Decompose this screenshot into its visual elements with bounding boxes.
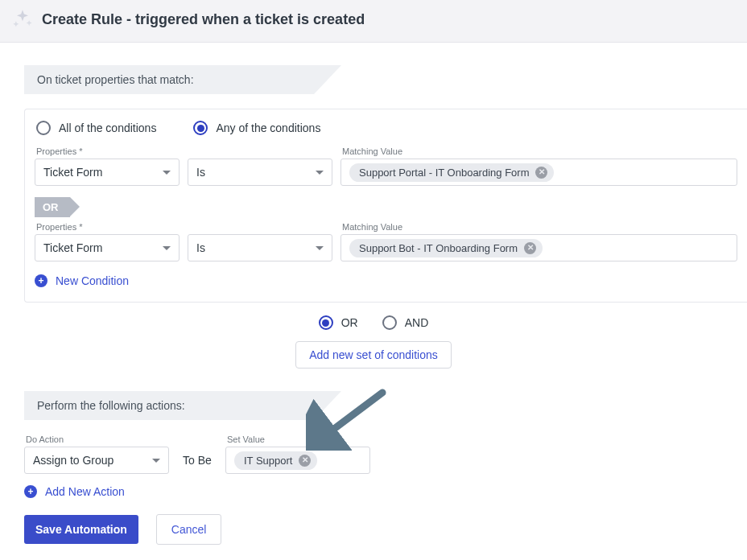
- footer: Save Automation Cancel: [0, 514, 747, 545]
- matching-value-input[interactable]: Support Bot - IT Onboarding Form ✕: [340, 234, 737, 261]
- sparkle-icon: [11, 8, 34, 31]
- value-chip-text: Support Bot - IT Onboarding Form: [359, 242, 518, 254]
- radio-set-or-label: OR: [341, 316, 358, 329]
- operator-col: Is: [188, 146, 332, 186]
- value-col: Matching Value Support Portal - IT Onboa…: [340, 146, 737, 186]
- operator-value: Is: [196, 241, 205, 254]
- value-chip-text: Support Portal - IT Onboarding Form: [359, 167, 529, 179]
- property-value: Ticket Form: [43, 166, 102, 179]
- chevron-down-icon: [316, 246, 324, 250]
- chevron-down-icon: [316, 171, 324, 175]
- condition-row: Properties * Ticket Form Is Matching Val…: [35, 222, 737, 261]
- between-set-radio-row: OR AND: [0, 315, 747, 330]
- actions-section-title: Perform the following actions:: [24, 391, 314, 420]
- action-row: Do Action Assign to Group To Be Set Valu…: [24, 434, 737, 474]
- cancel-button[interactable]: Cancel: [156, 514, 222, 545]
- save-automation-button[interactable]: Save Automation: [24, 515, 138, 544]
- radio-icon: [193, 121, 208, 135]
- matching-value-input[interactable]: Support Portal - IT Onboarding Form ✕: [340, 159, 737, 186]
- radio-any-label: Any of the conditions: [216, 121, 320, 134]
- blank-label: [177, 434, 217, 444]
- property-select[interactable]: Ticket Form: [35, 159, 180, 186]
- do-action-col: Do Action Assign to Group: [24, 434, 169, 474]
- radio-set-and[interactable]: AND: [382, 315, 429, 330]
- chevron-down-icon: [163, 171, 171, 175]
- radio-icon: [319, 315, 333, 330]
- property-label: Properties *: [35, 222, 180, 232]
- property-label: Properties *: [35, 146, 180, 156]
- property-value: Ticket Form: [43, 241, 102, 254]
- condition-row: Properties * Ticket Form Is Matching Val…: [35, 146, 737, 186]
- radio-icon: [382, 315, 397, 330]
- set-value-label: Set Value: [225, 434, 370, 444]
- property-select[interactable]: Ticket Form: [35, 234, 180, 261]
- do-action-value: Assign to Group: [33, 454, 113, 467]
- match-section-title: On ticket properties that match:: [24, 65, 314, 94]
- set-value-col: Set Value IT Support ✕: [225, 434, 370, 474]
- add-set-wrap: Add new set of conditions: [0, 341, 747, 369]
- radio-set-and-label: AND: [405, 316, 429, 329]
- value-col: Matching Value Support Bot - IT Onboardi…: [340, 222, 737, 261]
- operator-value: Is: [196, 166, 205, 179]
- plus-icon: +: [35, 274, 47, 287]
- value-label: Matching Value: [340, 146, 737, 156]
- chevron-down-icon: [152, 459, 160, 463]
- or-flag-label: OR: [35, 197, 70, 217]
- value-chip-text: IT Support: [244, 455, 292, 467]
- radio-all-label: All of the conditions: [59, 121, 156, 134]
- actions-area: Do Action Assign to Group To Be Set Valu…: [24, 434, 747, 498]
- add-new-action-link[interactable]: + Add New Action: [24, 485, 125, 498]
- add-new-action-label: Add New Action: [45, 485, 125, 498]
- property-col: Properties * Ticket Form: [35, 222, 180, 261]
- blank-label: [188, 222, 332, 232]
- remove-chip-icon[interactable]: ✕: [299, 455, 311, 467]
- radio-icon: [36, 121, 51, 135]
- match-section-title-wrap: On ticket properties that match:: [24, 65, 747, 94]
- chevron-down-icon: [163, 246, 171, 250]
- or-flag: OR: [35, 197, 737, 217]
- actions-section-title-wrap: Perform the following actions:: [24, 391, 747, 420]
- set-value-input[interactable]: IT Support ✕: [225, 447, 370, 474]
- add-set-button[interactable]: Add new set of conditions: [295, 341, 452, 369]
- new-condition-label: New Condition: [56, 274, 129, 287]
- topbar: Create Rule - triggered when a ticket is…: [0, 0, 747, 43]
- remove-chip-icon[interactable]: ✕: [524, 242, 536, 254]
- do-action-select[interactable]: Assign to Group: [24, 447, 169, 474]
- remove-chip-icon[interactable]: ✕: [535, 167, 547, 179]
- value-chip: Support Portal - IT Onboarding Form ✕: [349, 163, 554, 182]
- page-title: Create Rule - triggered when a ticket is…: [42, 11, 365, 28]
- radio-all-conditions[interactable]: All of the conditions: [36, 121, 156, 135]
- value-label: Matching Value: [340, 222, 737, 232]
- operator-select[interactable]: Is: [188, 159, 332, 186]
- tobe-text: To Be: [177, 447, 217, 474]
- plus-icon: +: [24, 485, 37, 498]
- value-chip: IT Support ✕: [234, 451, 317, 470]
- tobe-col: To Be: [177, 434, 217, 474]
- do-action-label: Do Action: [24, 434, 169, 444]
- operator-select[interactable]: Is: [188, 234, 332, 261]
- conditions-block: All of the conditions Any of the conditi…: [24, 109, 747, 303]
- radio-set-or[interactable]: OR: [319, 315, 358, 330]
- new-condition-link[interactable]: + New Condition: [35, 274, 129, 287]
- radio-any-conditions[interactable]: Any of the conditions: [193, 121, 320, 135]
- property-col: Properties * Ticket Form: [35, 146, 180, 186]
- value-chip: Support Bot - IT Onboarding Form ✕: [349, 239, 543, 257]
- match-mode-row: All of the conditions Any of the conditi…: [35, 121, 737, 135]
- operator-col: Is: [188, 222, 332, 261]
- blank-label: [188, 146, 332, 156]
